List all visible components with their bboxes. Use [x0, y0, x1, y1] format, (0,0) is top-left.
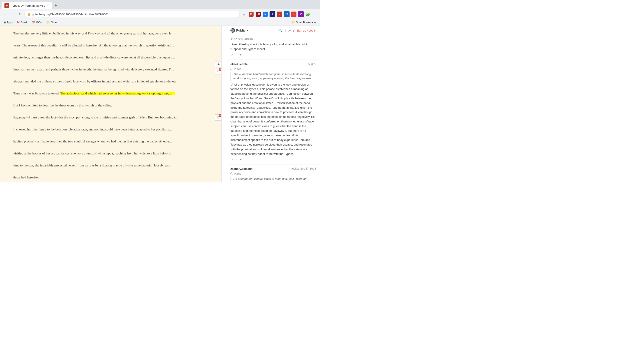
new-tab-button[interactable]: +	[53, 2, 59, 9]
annotation-panel-button-2[interactable]: 🗒 1	[215, 114, 221, 121]
tab-favicon: P	[4, 3, 9, 8]
share-button-2[interactable]: ↑	[235, 158, 237, 162]
comment-actions-2: ↩ ↑ ⚑	[230, 158, 316, 162]
share-button-1[interactable]: ↑	[235, 53, 237, 57]
gcal-label: GCal	[36, 21, 42, 24]
comment-card-1: ATZZ ON HAPPAR I keep thinking about thi…	[227, 35, 320, 60]
ext-icon-1[interactable]: P	[248, 11, 254, 17]
annotation-count-badge-2: 1	[219, 114, 221, 117]
ext-icon-8[interactable]: V	[298, 11, 304, 17]
comment-actions-1: ↩ ↑ ⚑	[230, 53, 316, 57]
svg-text:R: R	[279, 13, 280, 15]
comment-public-tag-3: Public	[230, 172, 316, 175]
forward-button: →	[9, 11, 16, 17]
comment-card-3: zachary.abisalih (edited Sep 8) Sep 8 Pu…	[227, 164, 320, 182]
comment-public-tag-2: Public	[230, 68, 316, 71]
inline-panel-icons-2: 🗒 1	[215, 114, 221, 121]
sidebar-chevron-icon: ›	[224, 28, 225, 32]
book-para-highlighted: Thus much was Fayaway tattooed. The auda…	[7, 90, 215, 96]
sign-up-login-button[interactable]: Sign up / Log in	[296, 29, 316, 32]
tab-bar: P Typee, by Herman Melville × +	[0, 0, 320, 9]
ext-icon-5[interactable]: R	[276, 11, 283, 17]
address-bar[interactable]: 🔒 gutenberg.org/files/1900/1900-h/1900-h…	[24, 11, 240, 18]
reply-button-2[interactable]: ↩	[230, 158, 233, 162]
commenter-name-3: zachary.abisalih	[230, 167, 252, 170]
flag-button-1[interactable]: ⚑	[239, 53, 242, 57]
book-para-figure: It showed her fine figure to the best po…	[7, 126, 215, 132]
active-tab[interactable]: P Typee, by Herman Melville ×	[2, 2, 52, 9]
comment-body-1: I keep thinking about this binary a lot,…	[230, 42, 316, 52]
comment-meta-3: zachary.abisalih (edited Sep 8) Sep 8	[230, 167, 316, 170]
ext-icon-n: N	[263, 12, 268, 17]
comment-date-3: Sep 8	[310, 167, 316, 170]
book-para-5: always reminded me of those stripes of g…	[7, 78, 215, 84]
inline-panel-icons: 👁 🗒 1	[215, 62, 221, 74]
main-area: The females are very little embellished …	[0, 26, 320, 182]
tab-close-button[interactable]: ×	[47, 4, 49, 8]
globe-icon	[230, 28, 235, 33]
book-text-panel[interactable]: The females are very little embellished …	[0, 26, 221, 182]
ext-icon-20: 20	[284, 11, 290, 17]
annotations-header: Public ▾ 🔍 ↑ ↗ ? Sign up / Log in	[227, 26, 320, 35]
browser-menu-button[interactable]: ⋮	[312, 11, 318, 17]
other-label: Other	[51, 21, 58, 24]
gcal-icon: 📅	[32, 21, 35, 24]
bookmarks-bar: ⊞ Apps M Gmail 📅 GCal 📁 Other 📁 Other Bo…	[0, 19, 320, 26]
external-link-icon[interactable]: ↗	[288, 28, 291, 33]
other-bookmarks-label: Other Bookmarks	[296, 21, 316, 24]
comment-card-2: elisekuechle Aug 29 Public The audacious…	[227, 60, 320, 165]
annotations-panel: Public ▾ 🔍 ↑ ↗ ? Sign up / Log in ATZZ O…	[227, 26, 320, 182]
comment-edited-3: (edited Sep 8)	[291, 167, 308, 170]
annotation-list: ATZZ ON HAPPAR I keep thinking about thi…	[227, 35, 320, 182]
bookmark-separator	[61, 20, 61, 25]
ext-icon-3[interactable]: N	[262, 11, 268, 17]
ext-icon-7[interactable]: ✦	[291, 11, 297, 17]
bookmark-gmail[interactable]: M Gmail	[15, 20, 29, 25]
help-icon[interactable]: ?	[293, 28, 295, 32]
extensions-button[interactable]: 🧩	[305, 11, 311, 17]
bookmark-other[interactable]: 📁 Other	[45, 20, 59, 25]
ext-icon-6[interactable]: 20	[284, 11, 290, 17]
bookmark-gcal[interactable]: 📅 GCal	[30, 20, 44, 25]
book-para-1: The females are very little embellished …	[7, 30, 215, 36]
eye-panel-button[interactable]: 👁	[215, 62, 221, 68]
sidebar-toggle[interactable]: ›	[221, 26, 227, 182]
other-folder-icon: 📁	[47, 21, 50, 24]
book-para-3: minute dots, no bigger than pin-heads, d…	[7, 54, 215, 60]
url-text: gutenberg.org/files/1900/1900-h/1900-h.h…	[32, 13, 237, 16]
public-dropdown-arrow[interactable]: ▾	[247, 29, 248, 32]
search-icon[interactable]: 🔍	[278, 28, 283, 33]
bookmark-apps[interactable]: ⊞ Apps	[2, 20, 14, 25]
gmail-label: Gmail	[20, 21, 27, 24]
book-para-time: time to the sun, she invariably protecte…	[7, 162, 215, 168]
comment-globe-icon-2	[230, 68, 233, 70]
apps-label: Apps	[7, 21, 13, 24]
toolbar-icons: ☆ P off N I R 20 ✦	[241, 11, 318, 17]
gmail-icon: M	[17, 21, 20, 24]
book-para-visiting: visiting at the houses of her acquaintan…	[7, 150, 215, 156]
ext-icon-4[interactable]: I	[269, 11, 276, 17]
ext-icon-p: P	[249, 12, 254, 17]
annotation-count-badge: 1	[219, 68, 221, 71]
comment-timestamp-1: ATZZ ON HAPPAR	[230, 38, 316, 41]
other-bookmarks-folder-icon: 📁	[292, 21, 295, 24]
bookmark-star-icon[interactable]: ☆	[241, 11, 247, 17]
comment-date-2: Aug 29	[308, 62, 316, 66]
ext-icon-off: off	[256, 12, 261, 17]
annotation-panel-button[interactable]: 🗒 1	[215, 68, 221, 74]
book-para-4: lines half an inch apart, and perhaps th…	[7, 66, 215, 72]
reload-button[interactable]: ↻	[17, 11, 23, 17]
quoted-text-3: He brought out, various kinds of food; a…	[230, 177, 316, 181]
other-bookmarks[interactable]: 📁 Other Bookmarks	[290, 20, 318, 25]
reply-button-1[interactable]: ↩	[230, 53, 233, 57]
book-para-habited: habited precisely as I have described th…	[7, 138, 215, 144]
book-para-described: described hereafter.	[7, 174, 215, 180]
book-para-prefix: Thus much was Fayaway tattooed.	[13, 92, 60, 95]
flag-button-2[interactable]: ⚑	[239, 158, 242, 162]
ext-icon-v: V	[298, 11, 304, 17]
ext-icon-2[interactable]: off	[255, 11, 261, 17]
comment-meta-2: elisekuechle Aug 29	[230, 62, 316, 66]
highlighted-text: The audacious hand which had gone so far…	[60, 92, 174, 95]
share-up-icon[interactable]: ↑	[284, 28, 286, 32]
toolbar: ← → ↻ 🔒 gutenberg.org/files/1900/1900-h/…	[0, 9, 320, 19]
